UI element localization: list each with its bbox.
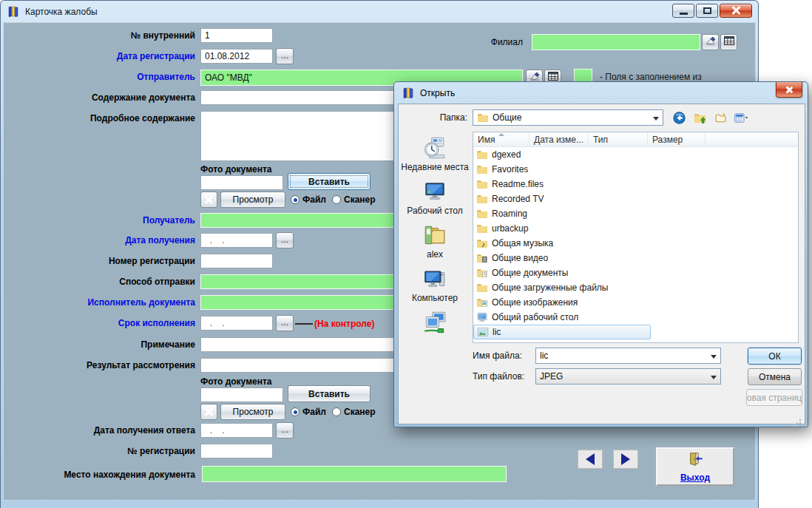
branch-lookup-button[interactable] (720, 34, 737, 50)
file-row[interactable]: Общие видео (473, 251, 798, 265)
photo1-radio-scanner[interactable] (332, 195, 341, 204)
close-icon (785, 87, 794, 93)
reg-date-browse-button[interactable]: ... (276, 48, 294, 64)
door-exit-icon (687, 451, 703, 470)
folder-video-icon (476, 252, 488, 264)
details-label: Подробное содержание (1, 113, 195, 124)
dialog-title-bar[interactable]: Открыть (394, 82, 808, 104)
filename-combobox[interactable]: lic (535, 348, 721, 364)
reg-number2-input[interactable] (200, 444, 273, 458)
file-row[interactable]: Recorded TV (473, 192, 798, 206)
column-header[interactable]: Дата изме... (530, 132, 589, 146)
sidebar-place[interactable]: Рабочий стол (407, 179, 462, 216)
left-triangle-icon (586, 453, 595, 465)
folder-icon (477, 112, 489, 123)
folder-music-icon: ♪ (476, 237, 488, 249)
file-row[interactable]: Roaming (473, 206, 798, 221)
prev-record-button[interactable] (578, 450, 603, 469)
sidebar-place[interactable] (422, 310, 447, 336)
photo1-insert-button[interactable]: Вставить (288, 173, 371, 190)
photo2-radio-scanner[interactable] (332, 407, 341, 416)
photo1-delete-button[interactable] (200, 192, 217, 208)
folder-combobox[interactable]: Общие (473, 109, 663, 126)
control-note-line (295, 323, 313, 325)
photo2-radio-file[interactable] (291, 407, 300, 416)
file-row[interactable]: lic (473, 325, 651, 339)
photo2-radio-file-label[interactable]: Файл (302, 407, 326, 417)
chevron-down-icon[interactable] (711, 376, 717, 379)
cancel-button[interactable]: Отмена (748, 368, 802, 385)
reg-date-input[interactable] (200, 49, 273, 64)
photo1-radio-scanner-label[interactable]: Сканер (344, 194, 376, 205)
sidebar-place[interactable]: Компьютер (412, 266, 458, 303)
maximize-button[interactable] (696, 4, 718, 18)
title-bar[interactable]: Карточка жалобы (1, 1, 758, 22)
ok-button[interactable]: ОК (748, 348, 802, 365)
minimize-button[interactable] (672, 4, 694, 18)
receive-date-label: Дата получения (1, 235, 195, 246)
sender-label: Отправитель (1, 72, 195, 83)
next-record-button[interactable] (613, 450, 638, 469)
toolbar-button[interactable] (691, 110, 708, 126)
photo1-radio-file-label[interactable]: Файл (302, 194, 326, 205)
photo1-preview-button[interactable]: Просмотр (220, 192, 285, 208)
file-row[interactable]: ♪ Общая музыка (473, 236, 798, 251)
photo2-label: Фото документа (200, 376, 271, 387)
file-row[interactable]: urbackup (473, 221, 798, 236)
branch-clear-button[interactable] (702, 34, 719, 50)
exit-button[interactable]: Выход (656, 447, 734, 486)
toolbar-button[interactable] (733, 110, 750, 126)
file-row[interactable]: dgexed (473, 147, 798, 162)
reg-date-label: Дата регистрации (1, 51, 195, 62)
photo2-radio-scanner-label[interactable]: Сканер (344, 407, 376, 417)
file-row[interactable]: Readme.files (473, 177, 798, 192)
resize-grip[interactable] (794, 413, 801, 421)
column-header[interactable]: Размер (648, 132, 706, 146)
toolbar-button[interactable] (671, 110, 688, 126)
folder-icon (476, 178, 488, 190)
column-header[interactable]: Тип (589, 132, 648, 146)
file-row[interactable]: Общие изображения (473, 295, 798, 310)
open-file-dialog: Открыть Папка: Общие Недав (393, 81, 808, 427)
dialog-close-button[interactable] (776, 82, 802, 98)
file-row[interactable]: Favorites (473, 162, 798, 177)
chevron-down-icon[interactable] (711, 355, 717, 359)
image-file-icon (477, 326, 489, 338)
chevron-down-icon[interactable] (653, 117, 659, 121)
photo2-path-input[interactable] (200, 387, 283, 402)
photo2-delete-button[interactable] (200, 404, 217, 420)
photo1-path-input[interactable] (200, 175, 283, 190)
reg-number-input[interactable] (200, 254, 273, 268)
filename-label: Имя файла: (473, 350, 522, 361)
location-label: Место нахождения документа (1, 470, 195, 481)
branch-input[interactable] (532, 34, 700, 50)
close-button[interactable] (720, 4, 752, 18)
answer-date-browse-button[interactable]: ... (276, 422, 294, 438)
sidebar-place[interactable]: Недавние места (401, 135, 468, 172)
location-input[interactable] (202, 466, 507, 482)
answer-date-input[interactable] (200, 423, 273, 438)
filetype-combobox[interactable]: JPEG (535, 368, 721, 385)
receive-date-browse-button[interactable]: ... (276, 232, 294, 248)
deadline-input[interactable] (200, 316, 273, 331)
photo1-label: Фото документа (200, 164, 271, 175)
file-row[interactable]: Общий рабочий стол (473, 310, 798, 325)
internal-no-input[interactable] (200, 28, 273, 43)
photo2-preview-button[interactable]: Просмотр (220, 404, 285, 420)
user-folder-icon (422, 223, 447, 248)
photo1-radio-file[interactable] (291, 195, 300, 204)
column-headers: Имя Дата изме... Тип Размер (473, 132, 798, 147)
file-row[interactable]: Общие загруженные файлы (473, 280, 798, 295)
sort-asc-icon (498, 133, 504, 136)
reg-number2-label: № регистрации (1, 446, 195, 457)
note-label: Примечание (1, 339, 195, 350)
deadline-browse-button[interactable]: ... (276, 315, 294, 331)
receive-date-input[interactable] (200, 233, 273, 248)
sidebar-place[interactable]: alex (422, 223, 447, 260)
toolbar-button[interactable] (712, 110, 729, 126)
folder-images-icon (476, 297, 488, 308)
photo2-insert-button[interactable]: Вставить (288, 385, 371, 402)
column-header[interactable]: Имя (473, 132, 530, 146)
reg-number-label: Номер регистрации (1, 256, 195, 267)
file-row[interactable]: Общие документы (473, 265, 798, 280)
